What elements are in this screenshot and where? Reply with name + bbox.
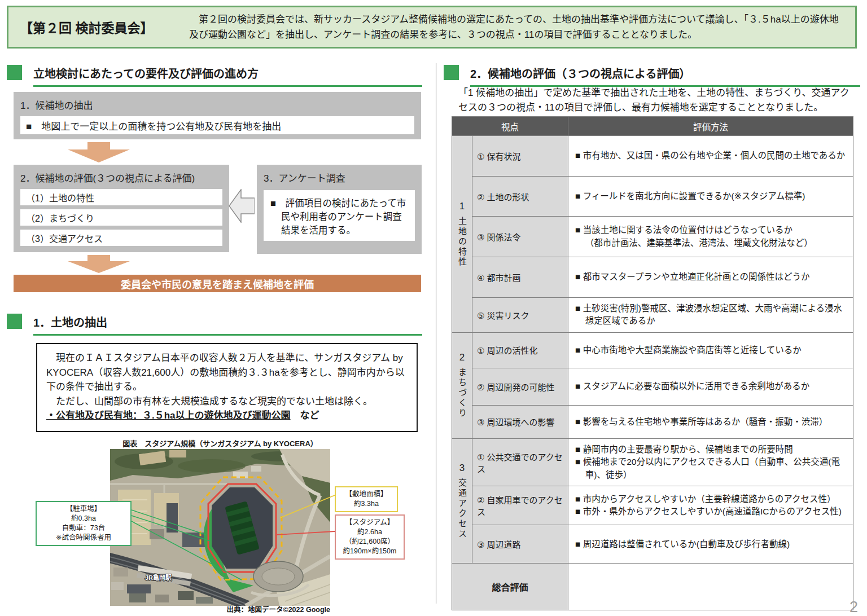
overall-evaluation-label: 総合評価: [452, 564, 568, 610]
extraction-condition: ・公有地及び民有地：３.５ha以上の遊休地及び運動公園 など: [46, 408, 408, 423]
method-cell: ■ スタジアムに必要な面積以外に活用できる余剰地があるか: [568, 368, 853, 405]
flow-step2-title: 2．候補地の評価(３つの視点による評価): [20, 170, 222, 184]
viewpoint-cell: ① 周辺の活性化: [472, 332, 568, 368]
method-cell: ■ 市内からアクセスしやすいか（主要幹線道路からのアクセス性） ■ 市外・県外か…: [568, 486, 853, 525]
flow-result-banner: 委員会や市民の意見を踏まえ候補地を評価: [14, 275, 421, 292]
table-row: 総合評価: [452, 564, 853, 610]
table-row: ③ 周辺環境への影響 ■ 影響を与える住宅地や事業所等はあるか（騒音・振動・渋滞…: [452, 405, 853, 438]
viewpoint-cell: ② 土地の形状: [472, 177, 568, 217]
down-arrow-icon: [68, 142, 130, 162]
viewpoint-cell: ⑤ 災害リスク: [472, 298, 568, 333]
method-cell: ■ 静岡市内の主要最寄り駅から、候補地までの所要時間 ■ 候補地まで20分以内に…: [568, 438, 853, 486]
viewpoint-cell: ② 自家用車でのアクセス: [472, 486, 568, 525]
group-land-characteristics: 1 土地の特性: [452, 136, 472, 333]
flow-step2-item: （3）交通アクセス: [20, 230, 222, 246]
overall-evaluation-value: [568, 564, 853, 610]
method-cell: ■ 土砂災害(特別)警戒区、津波浸水想定区域、大雨や高潮による浸水想定区域である…: [568, 298, 853, 333]
table-row: ③ 周辺道路 ■ 周辺道路は整備されているか(自動車及び歩行者動線): [452, 525, 853, 564]
table-row: ⑤ 災害リスク ■ 土砂災害(特別)警戒区、津波浸水想定区域、大雨や高潮による浸…: [452, 298, 853, 333]
flow-step1-box: 1．候補地の抽出 ■ 地図上で一定以上の面積を持つ公有地及び民有地を抽出: [14, 92, 421, 139]
flow-step3-item: ■ 評価項目の検討にあたって市民や利用者のアンケート調査結果を活用する。: [270, 197, 408, 237]
extraction-paragraph: 現在のＩＡＩスタジアム日本平の収容人数２万人を基準に、サンガスタジアム by K…: [46, 351, 408, 394]
green-square-icon: [444, 65, 459, 80]
flow-step1-title: 1．候補地の抽出: [20, 98, 414, 112]
method-cell: ■ 影響を与える住宅地や事業所等はあるか（騒音・振動・渋滞）: [568, 405, 853, 438]
evaluation-table: 視点 評価方法 1 土地の特性 ① 保有状況 ■ 市有地か、又は国・県の公有地や…: [452, 116, 853, 610]
table-row: ② 土地の形状 ■ フィールドを南北方向に設置できるか(※スタジアム標準): [452, 177, 853, 217]
satellite-map-graphic: JR亀岡駅: [110, 449, 330, 606]
table-header-method: 評価方法: [568, 117, 853, 136]
left-arrow-icon: [229, 189, 255, 223]
evaluation-intro: 「1 候補地の抽出」で定めた基準で抽出された土地を、土地の特性、まちづくり、交通…: [458, 86, 858, 116]
viewpoint-cell: ④ 都市計画: [472, 257, 568, 298]
down-arrow-icon: [68, 255, 130, 273]
table-row: ④ 都市計画 ■ 都市マスタープランや立地適正化計画との関係性はどうか: [452, 257, 853, 298]
satellite-map: JR亀岡駅: [110, 449, 330, 606]
flow-step2-item: （2）まちづくり: [20, 209, 222, 226]
section-flow-header: 立地検討にあたっての要件及び評価の進め方: [7, 65, 422, 87]
column-divider: [436, 63, 436, 604]
table-row: 2 まちづくり ① 周辺の活性化 ■ 中心市街地や大型商業施設や商店街等と近接し…: [452, 332, 853, 368]
map-source-credit: 出典：地図データ©2022 Google: [110, 604, 330, 614]
table-row: ② 周辺開発の可能性 ■ スタジアムに必要な面積以外に活用できる余剰地があるか: [452, 368, 853, 405]
viewpoint-cell: ① 保有状況: [472, 136, 568, 177]
station-label: JR亀岡駅: [145, 574, 172, 581]
building: [167, 503, 178, 533]
viewpoint-cell: ① 公共交通でのアクセス: [472, 438, 568, 486]
method-cell: ■ 市有地か、又は国・県の公有地や企業・個人の民間の土地であるか: [568, 136, 853, 177]
flow-step2-box: 2．候補地の評価(３つの視点による評価) （1）土地の特性 （2）まちづくり （…: [14, 165, 229, 252]
flow-step2-item: （1）土地の特性: [20, 189, 222, 205]
slide-page: 【第２回 検討委員会】 第２回の検討委員会では、新サッカースタジアム整備候補地の…: [0, 0, 867, 616]
viewpoint-cell: ② 周辺開発の可能性: [472, 368, 568, 405]
extraction-paragraph: ただし、山間部の市有林を大規模造成するなど現実的でない土地は除く。: [46, 394, 408, 409]
page-header-title: 【第２回 検討委員会】: [8, 17, 189, 37]
stadium-figure: 図表 スタジアム規模（サンガスタジアム by KYOCERA）: [34, 438, 423, 614]
page-header: 【第２回 検討委員会】 第２回の検討委員会では、新サッカースタジアム整備候補地の…: [7, 6, 857, 49]
flow-step3-title: 3．アンケート調査: [264, 170, 415, 184]
stadium-callout: 【スタジアム】 約2.6ha （約21,600席） 約190m×約150m: [335, 514, 405, 560]
method-cell: ■ フィールドを南北方向に設置できるか(※スタジアム標準): [568, 177, 853, 217]
page-number: 2: [850, 599, 858, 616]
extraction-criteria-box: 現在のＩＡＩスタジアム日本平の収容人数２万人を基準に、サンガスタジアム by K…: [36, 343, 418, 432]
group-town-development: 2 まちづくり: [452, 332, 472, 438]
site-area-callout: 【敷地面積】 約3.3ha: [335, 486, 398, 512]
table-row: 1 土地の特性 ① 保有状況 ■ 市有地か、又は国・県の公有地や企業・個人の民間…: [452, 136, 853, 177]
method-cell: ■ 都市マスタープランや立地適正化計画との関係性はどうか: [568, 257, 853, 298]
flow-step3-box: 3．アンケート調査 ■ 評価項目の検討にあたって市民や利用者のアンケート調査結果…: [257, 165, 422, 254]
page-header-description: 第２回の検討委員会では、新サッカースタジアム整備候補地の選定にあたっての、土地の…: [189, 12, 855, 42]
section-flow-title: 立地検討にあたっての要件及び評価の進め方: [33, 65, 422, 87]
section-evaluation-title: 2．候補地の評価（３つの視点による評価）: [470, 65, 860, 87]
group-traffic-access: 3 交通アクセス: [452, 438, 472, 563]
flow-step3-item-box: ■ 評価項目の検討にあたって市民や利用者のアンケート調査結果を活用する。: [264, 190, 415, 241]
viewpoint-cell: ③ 周辺環境への影響: [472, 405, 568, 438]
method-cell: ■ 周辺道路は整備されているか(自動車及び歩行者動線): [568, 525, 853, 564]
section-extract-title: 1．土地の抽出: [33, 314, 422, 336]
green-square-icon: [7, 314, 22, 329]
method-cell: ■ 当該土地に関する法令の位置付けはどうなっているか （都市計画法、建築基準法、…: [568, 217, 853, 257]
table-row: ③ 関係法令 ■ 当該土地に関する法令の位置付けはどうなっているか （都市計画法…: [452, 217, 853, 257]
parking-callout: 【駐車場】 約0.3ha 自動車：73台 ※試合時関係者用: [36, 501, 132, 546]
flow-step1-item: ■ 地図上で一定以上の面積を持つ公有地及び民有地を抽出: [20, 116, 414, 134]
table-row: ② 自家用車でのアクセス ■ 市内からアクセスしやすいか（主要幹線道路からのアク…: [452, 486, 853, 525]
section-extract-header: 1．土地の抽出: [7, 314, 422, 336]
figure-caption: 図表 スタジアム規模（サンガスタジアム by KYOCERA）: [110, 438, 330, 448]
green-square-icon: [7, 65, 22, 80]
viewpoint-cell: ③ 周辺道路: [472, 525, 568, 564]
method-cell: ■ 中心市街地や大型商業施設や商店街等と近接しているか: [568, 332, 853, 368]
table-header-viewpoint: 視点: [452, 117, 568, 136]
section-evaluation-header: 2．候補地の評価（３つの視点による評価）: [444, 65, 860, 87]
table-row: 3 交通アクセス ① 公共交通でのアクセス ■ 静岡市内の主要最寄り駅から、候補…: [452, 438, 853, 486]
viewpoint-cell: ③ 関係法令: [472, 217, 568, 257]
